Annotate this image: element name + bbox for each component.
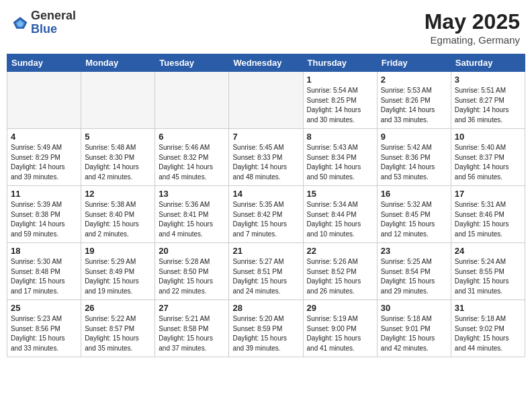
calendar-week-row: 18Sunrise: 5:30 AMSunset: 8:48 PMDayligh… bbox=[7, 243, 525, 300]
sun-info: Sunrise: 5:42 AMSunset: 8:36 PMDaylight:… bbox=[381, 143, 447, 182]
location: Egmating, Germany bbox=[425, 34, 520, 46]
day-number: 15 bbox=[307, 189, 373, 199]
calendar-header-row: SundayMondayTuesdayWednesdayThursdayFrid… bbox=[7, 54, 525, 72]
calendar-cell: 21Sunrise: 5:27 AMSunset: 8:51 PMDayligh… bbox=[229, 243, 303, 300]
sun-info: Sunrise: 5:21 AMSunset: 8:58 PMDaylight:… bbox=[159, 314, 225, 353]
calendar-cell: 22Sunrise: 5:26 AMSunset: 8:52 PMDayligh… bbox=[303, 243, 377, 300]
calendar-cell: 10Sunrise: 5:40 AMSunset: 8:37 PMDayligh… bbox=[451, 129, 525, 186]
calendar-cell: 4Sunrise: 5:49 AMSunset: 8:29 PMDaylight… bbox=[7, 129, 81, 186]
calendar-cell bbox=[81, 72, 155, 129]
logo-icon bbox=[12, 15, 28, 31]
day-number: 12 bbox=[85, 189, 151, 199]
calendar-cell: 13Sunrise: 5:36 AMSunset: 8:41 PMDayligh… bbox=[155, 186, 229, 243]
calendar-cell: 31Sunrise: 5:18 AMSunset: 9:02 PMDayligh… bbox=[451, 300, 525, 357]
calendar-cell bbox=[7, 72, 81, 129]
day-number: 5 bbox=[85, 132, 151, 142]
calendar-cell: 2Sunrise: 5:53 AMSunset: 8:26 PMDaylight… bbox=[377, 72, 451, 129]
calendar-cell: 11Sunrise: 5:39 AMSunset: 8:38 PMDayligh… bbox=[7, 186, 81, 243]
logo: General Blue bbox=[12, 9, 76, 36]
sun-info: Sunrise: 5:30 AMSunset: 8:48 PMDaylight:… bbox=[11, 257, 77, 296]
calendar-cell: 28Sunrise: 5:20 AMSunset: 8:59 PMDayligh… bbox=[229, 300, 303, 357]
sun-info: Sunrise: 5:23 AMSunset: 8:56 PMDaylight:… bbox=[11, 314, 77, 353]
sun-info: Sunrise: 5:26 AMSunset: 8:52 PMDaylight:… bbox=[307, 257, 373, 296]
sun-info: Sunrise: 5:19 AMSunset: 9:00 PMDaylight:… bbox=[307, 314, 373, 353]
day-header-thursday: Thursday bbox=[303, 54, 377, 72]
day-number: 14 bbox=[232, 189, 299, 199]
calendar-cell: 26Sunrise: 5:22 AMSunset: 8:57 PMDayligh… bbox=[81, 300, 155, 357]
calendar-cell: 6Sunrise: 5:46 AMSunset: 8:32 PMDaylight… bbox=[155, 129, 229, 186]
sun-info: Sunrise: 5:25 AMSunset: 8:54 PMDaylight:… bbox=[381, 257, 447, 296]
calendar-cell: 19Sunrise: 5:29 AMSunset: 8:49 PMDayligh… bbox=[81, 243, 155, 300]
calendar-cell: 9Sunrise: 5:42 AMSunset: 8:36 PMDaylight… bbox=[377, 129, 451, 186]
day-header-wednesday: Wednesday bbox=[229, 54, 303, 72]
sun-info: Sunrise: 5:36 AMSunset: 8:41 PMDaylight:… bbox=[159, 200, 225, 239]
calendar-cell: 23Sunrise: 5:25 AMSunset: 8:54 PMDayligh… bbox=[377, 243, 451, 300]
day-number: 7 bbox=[232, 132, 299, 142]
calendar-cell: 24Sunrise: 5:24 AMSunset: 8:55 PMDayligh… bbox=[451, 243, 525, 300]
day-number: 4 bbox=[11, 132, 77, 142]
sun-info: Sunrise: 5:39 AMSunset: 8:38 PMDaylight:… bbox=[11, 200, 77, 239]
calendar-cell: 14Sunrise: 5:35 AMSunset: 8:42 PMDayligh… bbox=[229, 186, 303, 243]
calendar-cell: 27Sunrise: 5:21 AMSunset: 8:58 PMDayligh… bbox=[155, 300, 229, 357]
day-number: 26 bbox=[85, 303, 151, 313]
day-number: 18 bbox=[11, 246, 77, 256]
sun-info: Sunrise: 5:40 AMSunset: 8:37 PMDaylight:… bbox=[455, 143, 521, 182]
calendar-week-row: 1Sunrise: 5:54 AMSunset: 8:25 PMDaylight… bbox=[7, 72, 525, 129]
day-number: 19 bbox=[85, 246, 151, 256]
sun-info: Sunrise: 5:43 AMSunset: 8:34 PMDaylight:… bbox=[307, 143, 373, 182]
day-number: 16 bbox=[381, 189, 447, 199]
sun-info: Sunrise: 5:31 AMSunset: 8:46 PMDaylight:… bbox=[455, 200, 521, 239]
calendar-cell: 7Sunrise: 5:45 AMSunset: 8:33 PMDaylight… bbox=[229, 129, 303, 186]
sun-info: Sunrise: 5:29 AMSunset: 8:49 PMDaylight:… bbox=[85, 257, 151, 296]
sun-info: Sunrise: 5:22 AMSunset: 8:57 PMDaylight:… bbox=[85, 314, 151, 353]
calendar-cell: 25Sunrise: 5:23 AMSunset: 8:56 PMDayligh… bbox=[7, 300, 81, 357]
calendar-cell bbox=[229, 72, 303, 129]
calendar-cell: 1Sunrise: 5:54 AMSunset: 8:25 PMDaylight… bbox=[303, 72, 377, 129]
sun-info: Sunrise: 5:38 AMSunset: 8:40 PMDaylight:… bbox=[85, 200, 151, 239]
calendar-cell: 18Sunrise: 5:30 AMSunset: 8:48 PMDayligh… bbox=[7, 243, 81, 300]
day-number: 6 bbox=[159, 132, 225, 142]
sun-info: Sunrise: 5:32 AMSunset: 8:45 PMDaylight:… bbox=[381, 200, 447, 239]
calendar-week-row: 25Sunrise: 5:23 AMSunset: 8:56 PMDayligh… bbox=[7, 300, 525, 357]
calendar-cell: 12Sunrise: 5:38 AMSunset: 8:40 PMDayligh… bbox=[81, 186, 155, 243]
sun-info: Sunrise: 5:51 AMSunset: 8:27 PMDaylight:… bbox=[455, 86, 521, 125]
calendar-cell: 20Sunrise: 5:28 AMSunset: 8:50 PMDayligh… bbox=[155, 243, 229, 300]
day-number: 20 bbox=[159, 246, 225, 256]
sun-info: Sunrise: 5:34 AMSunset: 8:44 PMDaylight:… bbox=[307, 200, 373, 239]
day-number: 23 bbox=[381, 246, 447, 256]
calendar-cell: 29Sunrise: 5:19 AMSunset: 9:00 PMDayligh… bbox=[303, 300, 377, 357]
sun-info: Sunrise: 5:18 AMSunset: 9:02 PMDaylight:… bbox=[455, 314, 521, 353]
calendar-week-row: 11Sunrise: 5:39 AMSunset: 8:38 PMDayligh… bbox=[7, 186, 525, 243]
day-number: 22 bbox=[307, 246, 373, 256]
calendar-cell: 15Sunrise: 5:34 AMSunset: 8:44 PMDayligh… bbox=[303, 186, 377, 243]
day-number: 9 bbox=[381, 132, 447, 142]
day-number: 31 bbox=[455, 303, 521, 313]
day-header-friday: Friday bbox=[377, 54, 451, 72]
page-header: General Blue May 2025 Egmating, Germany bbox=[7, 7, 525, 48]
day-number: 29 bbox=[307, 303, 373, 313]
logo-blue-text: Blue bbox=[31, 22, 57, 36]
day-number: 3 bbox=[455, 75, 521, 85]
sun-info: Sunrise: 5:27 AMSunset: 8:51 PMDaylight:… bbox=[232, 257, 299, 296]
day-number: 13 bbox=[159, 189, 225, 199]
day-header-sunday: Sunday bbox=[7, 54, 81, 72]
day-header-monday: Monday bbox=[81, 54, 155, 72]
calendar-table: SundayMondayTuesdayWednesdayThursdayFrid… bbox=[7, 54, 525, 357]
sun-info: Sunrise: 5:20 AMSunset: 8:59 PMDaylight:… bbox=[232, 314, 299, 353]
day-header-tuesday: Tuesday bbox=[155, 54, 229, 72]
calendar-cell: 30Sunrise: 5:18 AMSunset: 9:01 PMDayligh… bbox=[377, 300, 451, 357]
day-number: 24 bbox=[455, 246, 521, 256]
calendar-week-row: 4Sunrise: 5:49 AMSunset: 8:29 PMDaylight… bbox=[7, 129, 525, 186]
calendar-cell: 16Sunrise: 5:32 AMSunset: 8:45 PMDayligh… bbox=[377, 186, 451, 243]
day-number: 21 bbox=[232, 246, 299, 256]
sun-info: Sunrise: 5:18 AMSunset: 9:01 PMDaylight:… bbox=[381, 314, 447, 353]
calendar-cell: 3Sunrise: 5:51 AMSunset: 8:27 PMDaylight… bbox=[451, 72, 525, 129]
day-number: 2 bbox=[381, 75, 447, 85]
calendar-cell: 8Sunrise: 5:43 AMSunset: 8:34 PMDaylight… bbox=[303, 129, 377, 186]
sun-info: Sunrise: 5:48 AMSunset: 8:30 PMDaylight:… bbox=[85, 143, 151, 182]
day-number: 27 bbox=[159, 303, 225, 313]
sun-info: Sunrise: 5:46 AMSunset: 8:32 PMDaylight:… bbox=[159, 143, 225, 182]
title-block: May 2025 Egmating, Germany bbox=[425, 9, 520, 46]
day-header-saturday: Saturday bbox=[451, 54, 525, 72]
calendar-cell: 5Sunrise: 5:48 AMSunset: 8:30 PMDaylight… bbox=[81, 129, 155, 186]
